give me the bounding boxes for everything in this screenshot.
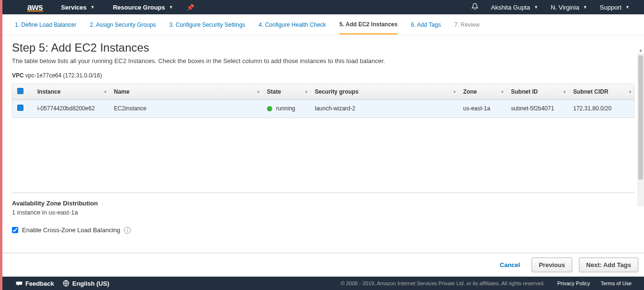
cancel-button[interactable]: Cancel (495, 258, 525, 271)
feedback-link[interactable]: Feedback (16, 280, 54, 287)
scrollbar[interactable]: ▲ (637, 54, 644, 206)
col-subnet-cidr[interactable]: Subnet CIDR▾ (568, 84, 634, 100)
services-menu[interactable]: Services ▼ (61, 4, 95, 11)
table-row[interactable]: i-05774420bd8200e62 EC2instance running … (12, 100, 634, 118)
wizard-step-1[interactable]: 1. Define Load Balancer (15, 16, 77, 34)
account-menu[interactable]: Akshita Gupta ▼ (491, 4, 538, 11)
footer: Feedback English (US) © 2008 - 2019, Ama… (2, 277, 644, 290)
notifications-icon[interactable] (471, 3, 478, 11)
previous-button[interactable]: Previous (532, 258, 572, 272)
copyright: © 2008 - 2019, Amazon Internet Services … (109, 280, 544, 286)
region-menu[interactable]: N. Virginia ▼ (551, 4, 588, 11)
page-title: Step 5: Add EC2 Instances (12, 41, 634, 54)
wizard-steps: 1. Define Load Balancer 2. Assign Securi… (2, 14, 644, 35)
scrollbar-thumb[interactable] (638, 55, 643, 180)
cell-subnet-cidr: 172.31.80.0/20 (568, 100, 634, 118)
services-label: Services (61, 4, 87, 11)
cell-zone: us-east-1a (458, 100, 506, 118)
support-label: Support (600, 4, 622, 11)
button-bar: Cancel Previous Next: Add Tags (2, 253, 644, 277)
page-subtitle: The table below lists all your running E… (12, 57, 634, 64)
sort-icon[interactable]: ▾ (257, 90, 259, 94)
row-checkbox[interactable] (17, 105, 23, 111)
col-zone[interactable]: Zone▾ (458, 84, 506, 100)
cell-instance: i-05774420bd8200e62 (33, 100, 109, 118)
resource-groups-label: Resource Groups (113, 4, 165, 11)
instances-table: Instance▾ Name▾ State▾ Security groups▾ … (12, 84, 634, 118)
col-state[interactable]: State▾ (262, 84, 310, 100)
next-button[interactable]: Next: Add Tags (579, 258, 638, 272)
language-selector[interactable]: English (US) (63, 280, 109, 287)
instances-table-wrapper: Instance▾ Name▾ State▾ Security groups▾ … (12, 84, 634, 118)
select-all-checkbox[interactable] (17, 88, 23, 94)
top-navbar: aws Services ▼ Resource Groups ▼ 📌 Akshi… (2, 0, 644, 14)
account-name: Akshita Gupta (491, 4, 530, 11)
divider (12, 193, 634, 193)
wizard-step-7: 7. Review (454, 16, 479, 34)
sort-icon[interactable]: ▾ (564, 90, 566, 94)
vpc-info: VPC vpc-1e77ce64 (172.31.0.0/16) (12, 72, 634, 79)
col-subnet-id[interactable]: Subnet ID▾ (506, 84, 568, 100)
cell-name: EC2instance (109, 100, 262, 118)
cross-zone-row[interactable]: Enable Cross-Zone Load Balancing i (12, 226, 634, 234)
azd-text: 1 instance in us-east-1a (12, 209, 634, 216)
chevron-down-icon: ▼ (534, 5, 538, 10)
chevron-down-icon: ▼ (90, 5, 95, 10)
cross-zone-checkbox[interactable] (12, 227, 18, 233)
state-running-icon (267, 106, 272, 111)
col-name[interactable]: Name▾ (109, 84, 262, 100)
chevron-down-icon: ▼ (583, 5, 588, 10)
wizard-step-5[interactable]: 5. Add EC2 Instances (339, 15, 398, 34)
col-security-groups[interactable]: Security groups▾ (310, 84, 458, 100)
chevron-down-icon: ▼ (169, 5, 173, 10)
sort-icon[interactable]: ▾ (454, 90, 455, 94)
cross-zone-label: Enable Cross-Zone Load Balancing (22, 226, 120, 234)
speech-bubble-icon (16, 280, 22, 287)
chevron-down-icon: ▼ (625, 5, 630, 10)
wizard-step-6[interactable]: 6. Add Tags (411, 16, 441, 34)
sort-icon[interactable]: ▾ (104, 90, 106, 94)
scroll-up-arrow[interactable]: ▲ (637, 48, 644, 53)
left-accent-stripe (0, 0, 2, 290)
azd-title: Availability Zone Distribution (12, 200, 634, 207)
terms-of-use-link[interactable]: Terms of Use (600, 280, 632, 286)
wizard-step-2[interactable]: 2. Assign Security Groups (90, 16, 156, 34)
cell-subnet-id: subnet-5f2b4071 (506, 100, 568, 118)
vpc-value: vpc-1e77ce64 (172.31.0.0/16) (25, 72, 102, 79)
region-label: N. Virginia (551, 4, 579, 11)
sort-icon[interactable]: ▾ (629, 90, 631, 94)
aws-logo[interactable]: aws (27, 2, 43, 12)
lower-section: Availability Zone Distribution 1 instanc… (12, 193, 634, 234)
cell-security-groups: launch-wizard-2 (310, 100, 458, 118)
support-menu[interactable]: Support ▼ (600, 4, 630, 11)
wizard-step-3[interactable]: 3. Configure Security Settings (169, 16, 245, 34)
resource-groups-menu[interactable]: Resource Groups ▼ (113, 4, 173, 11)
sort-icon[interactable]: ▾ (305, 90, 307, 94)
pin-icon[interactable]: 📌 (187, 4, 194, 11)
cell-state: running (262, 100, 310, 118)
wizard-step-4[interactable]: 4. Configure Health Check (259, 16, 326, 34)
privacy-policy-link[interactable]: Privacy Policy (557, 280, 590, 286)
info-icon[interactable]: i (124, 227, 131, 234)
col-instance[interactable]: Instance▾ (33, 84, 109, 100)
sort-icon[interactable]: ▾ (501, 90, 503, 94)
vpc-label: VPC (12, 72, 24, 79)
col-select (12, 84, 33, 100)
globe-icon (63, 280, 69, 287)
